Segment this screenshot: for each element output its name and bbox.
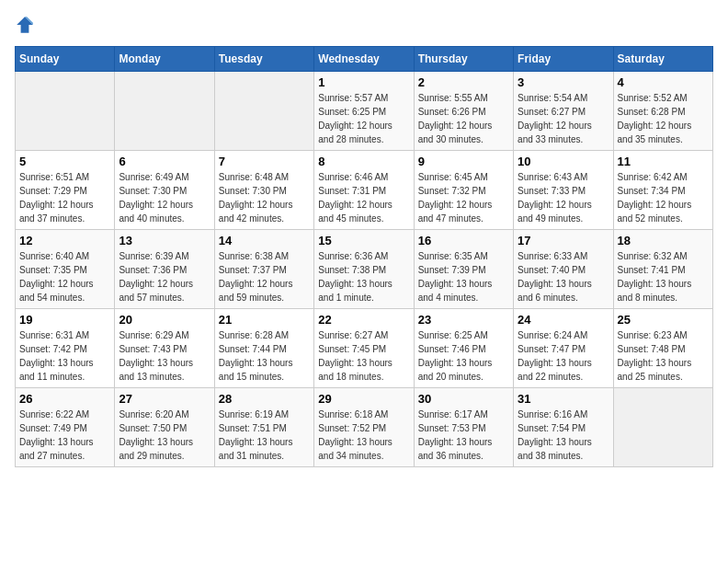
- day-info: Sunrise: 6:22 AM Sunset: 7:49 PM Dayligh…: [19, 408, 110, 463]
- day-info: Sunrise: 5:57 AM Sunset: 6:25 PM Dayligh…: [318, 91, 409, 146]
- day-info: Sunrise: 6:27 AM Sunset: 7:45 PM Dayligh…: [318, 328, 409, 384]
- day-info: Sunrise: 6:24 AM Sunset: 7:47 PM Dayligh…: [518, 328, 609, 384]
- day-number: 29: [318, 392, 409, 406]
- day-number: 20: [119, 313, 210, 327]
- day-number: 9: [418, 155, 509, 168]
- calendar-cell: [214, 72, 313, 151]
- calendar-cell: 27Sunrise: 6:20 AM Sunset: 7:50 PM Dayli…: [115, 388, 214, 467]
- day-info: Sunrise: 5:55 AM Sunset: 6:26 PM Dayligh…: [418, 91, 509, 146]
- day-number: 7: [219, 155, 310, 168]
- calendar-cell: 23Sunrise: 6:25 AM Sunset: 7:46 PM Dayli…: [414, 309, 513, 388]
- day-number: 23: [418, 313, 509, 327]
- col-header-saturday: Saturday: [613, 47, 712, 72]
- day-number: 26: [19, 392, 110, 406]
- calendar-table: SundayMondayTuesdayWednesdayThursdayFrid…: [15, 46, 713, 467]
- day-number: 2: [418, 75, 509, 89]
- day-info: Sunrise: 6:46 AM Sunset: 7:31 PM Dayligh…: [318, 170, 409, 225]
- calendar-cell: 24Sunrise: 6:24 AM Sunset: 7:47 PM Dayli…: [514, 309, 613, 388]
- week-row-2: 5Sunrise: 6:51 AM Sunset: 7:29 PM Daylig…: [16, 151, 713, 230]
- calendar-cell: 28Sunrise: 6:19 AM Sunset: 7:51 PM Dayli…: [214, 388, 313, 467]
- day-number: 1: [318, 75, 409, 89]
- col-header-friday: Friday: [514, 47, 613, 72]
- day-number: 16: [418, 234, 509, 247]
- day-info: Sunrise: 5:54 AM Sunset: 6:27 PM Dayligh…: [518, 91, 609, 146]
- day-info: Sunrise: 6:35 AM Sunset: 7:39 PM Dayligh…: [418, 249, 509, 304]
- calendar-cell: 3Sunrise: 5:54 AM Sunset: 6:27 PM Daylig…: [514, 72, 613, 151]
- calendar-cell: 21Sunrise: 6:28 AM Sunset: 7:44 PM Dayli…: [214, 309, 313, 388]
- calendar-cell: 8Sunrise: 6:46 AM Sunset: 7:31 PM Daylig…: [314, 151, 414, 230]
- calendar-cell: 5Sunrise: 6:51 AM Sunset: 7:29 PM Daylig…: [16, 151, 115, 230]
- day-number: 12: [19, 234, 110, 247]
- day-number: 14: [219, 234, 310, 247]
- day-info: Sunrise: 6:43 AM Sunset: 7:33 PM Dayligh…: [518, 170, 609, 225]
- day-number: 8: [318, 155, 409, 168]
- calendar-cell: 14Sunrise: 6:38 AM Sunset: 7:37 PM Dayli…: [214, 230, 313, 309]
- logo: [15, 15, 39, 35]
- day-info: Sunrise: 6:18 AM Sunset: 7:52 PM Dayligh…: [318, 408, 409, 463]
- calendar-cell: 9Sunrise: 6:45 AM Sunset: 7:32 PM Daylig…: [414, 151, 513, 230]
- calendar-cell: [613, 388, 712, 467]
- calendar-cell: 25Sunrise: 6:23 AM Sunset: 7:48 PM Dayli…: [613, 309, 712, 388]
- day-number: 10: [518, 155, 609, 168]
- day-info: Sunrise: 6:45 AM Sunset: 7:32 PM Dayligh…: [418, 170, 509, 225]
- col-header-tuesday: Tuesday: [214, 47, 313, 72]
- day-info: Sunrise: 6:31 AM Sunset: 7:42 PM Dayligh…: [19, 328, 110, 384]
- col-header-thursday: Thursday: [414, 47, 513, 72]
- calendar-cell: 13Sunrise: 6:39 AM Sunset: 7:36 PM Dayli…: [115, 230, 214, 309]
- week-row-4: 19Sunrise: 6:31 AM Sunset: 7:42 PM Dayli…: [16, 309, 713, 388]
- calendar-cell: 31Sunrise: 6:16 AM Sunset: 7:54 PM Dayli…: [514, 388, 613, 467]
- calendar-cell: 17Sunrise: 6:33 AM Sunset: 7:40 PM Dayli…: [514, 230, 613, 309]
- day-info: Sunrise: 6:51 AM Sunset: 7:29 PM Dayligh…: [19, 170, 110, 225]
- calendar-cell: 19Sunrise: 6:31 AM Sunset: 7:42 PM Dayli…: [16, 309, 115, 388]
- day-number: 4: [618, 75, 709, 89]
- day-number: 22: [318, 313, 409, 327]
- calendar-cell: 29Sunrise: 6:18 AM Sunset: 7:52 PM Dayli…: [314, 388, 414, 467]
- day-number: 5: [19, 155, 110, 168]
- calendar-cell: 16Sunrise: 6:35 AM Sunset: 7:39 PM Dayli…: [414, 230, 513, 309]
- day-info: Sunrise: 5:52 AM Sunset: 6:28 PM Dayligh…: [618, 91, 709, 146]
- week-row-1: 1Sunrise: 5:57 AM Sunset: 6:25 PM Daylig…: [16, 72, 713, 151]
- day-number: 18: [618, 234, 709, 247]
- calendar-cell: 1Sunrise: 5:57 AM Sunset: 6:25 PM Daylig…: [314, 72, 414, 151]
- day-info: Sunrise: 6:29 AM Sunset: 7:43 PM Dayligh…: [119, 328, 210, 384]
- calendar-cell: 11Sunrise: 6:42 AM Sunset: 7:34 PM Dayli…: [613, 151, 712, 230]
- day-info: Sunrise: 6:36 AM Sunset: 7:38 PM Dayligh…: [318, 249, 409, 304]
- calendar-cell: 2Sunrise: 5:55 AM Sunset: 6:26 PM Daylig…: [414, 72, 513, 151]
- day-number: 15: [318, 234, 409, 247]
- day-number: 24: [518, 313, 609, 327]
- week-row-5: 26Sunrise: 6:22 AM Sunset: 7:49 PM Dayli…: [16, 388, 713, 467]
- day-number: 27: [119, 392, 210, 406]
- day-number: 19: [19, 313, 110, 327]
- calendar-cell: 18Sunrise: 6:32 AM Sunset: 7:41 PM Dayli…: [613, 230, 712, 309]
- calendar-cell: 20Sunrise: 6:29 AM Sunset: 7:43 PM Dayli…: [115, 309, 214, 388]
- day-number: 17: [518, 234, 609, 247]
- day-number: 11: [618, 155, 709, 168]
- week-row-3: 12Sunrise: 6:40 AM Sunset: 7:35 PM Dayli…: [16, 230, 713, 309]
- day-number: 6: [119, 155, 210, 168]
- day-info: Sunrise: 6:40 AM Sunset: 7:35 PM Dayligh…: [19, 249, 110, 304]
- day-number: 25: [618, 313, 709, 327]
- calendar-cell: 22Sunrise: 6:27 AM Sunset: 7:45 PM Dayli…: [314, 309, 414, 388]
- calendar-cell: [115, 72, 214, 151]
- day-info: Sunrise: 6:23 AM Sunset: 7:48 PM Dayligh…: [618, 328, 709, 384]
- day-number: 30: [418, 392, 509, 406]
- calendar-cell: 4Sunrise: 5:52 AM Sunset: 6:28 PM Daylig…: [613, 72, 712, 151]
- day-info: Sunrise: 6:25 AM Sunset: 7:46 PM Dayligh…: [418, 328, 509, 384]
- day-info: Sunrise: 6:17 AM Sunset: 7:53 PM Dayligh…: [418, 408, 509, 463]
- day-info: Sunrise: 6:20 AM Sunset: 7:50 PM Dayligh…: [119, 408, 210, 463]
- day-info: Sunrise: 6:38 AM Sunset: 7:37 PM Dayligh…: [219, 249, 310, 304]
- col-header-monday: Monday: [115, 47, 214, 72]
- calendar-cell: 6Sunrise: 6:49 AM Sunset: 7:30 PM Daylig…: [115, 151, 214, 230]
- calendar-cell: 26Sunrise: 6:22 AM Sunset: 7:49 PM Dayli…: [16, 388, 115, 467]
- calendar-cell: 30Sunrise: 6:17 AM Sunset: 7:53 PM Dayli…: [414, 388, 513, 467]
- calendar-cell: 7Sunrise: 6:48 AM Sunset: 7:30 PM Daylig…: [214, 151, 313, 230]
- svg-marker-0: [17, 17, 33, 33]
- day-info: Sunrise: 6:19 AM Sunset: 7:51 PM Dayligh…: [219, 408, 310, 463]
- calendar-cell: 12Sunrise: 6:40 AM Sunset: 7:35 PM Dayli…: [16, 230, 115, 309]
- col-header-wednesday: Wednesday: [314, 47, 414, 72]
- day-info: Sunrise: 6:39 AM Sunset: 7:36 PM Dayligh…: [119, 249, 210, 304]
- day-info: Sunrise: 6:28 AM Sunset: 7:44 PM Dayligh…: [219, 328, 310, 384]
- day-info: Sunrise: 6:48 AM Sunset: 7:30 PM Dayligh…: [219, 170, 310, 225]
- day-info: Sunrise: 6:49 AM Sunset: 7:30 PM Dayligh…: [119, 170, 210, 225]
- day-number: 28: [219, 392, 310, 406]
